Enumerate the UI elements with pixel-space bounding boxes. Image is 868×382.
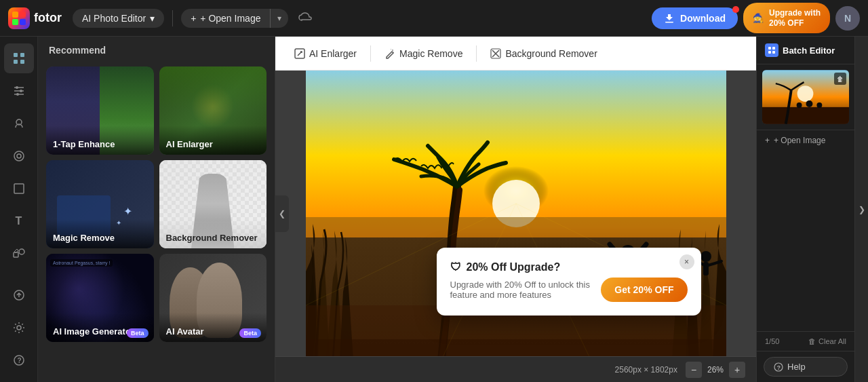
- close-icon: ×: [684, 257, 689, 267]
- sidebar-item-ai-tools[interactable]: [4, 43, 34, 73]
- icon-bar: T ?: [0, 37, 38, 382]
- help-button[interactable]: ? Help: [764, 357, 848, 377]
- tool-card-enhance[interactable]: 1-Tap Enhance: [46, 66, 154, 155]
- tool-card-avatar[interactable]: AI Avatar Beta: [159, 254, 267, 342]
- svg-text:?: ?: [777, 364, 781, 371]
- batch-add-image[interactable]: + + Open Image: [757, 130, 854, 151]
- toolbar-enlarger[interactable]: AI Enlarger: [286, 44, 365, 63]
- batch-add-label: + Open Image: [774, 136, 825, 145]
- sidebar-item-beauty[interactable]: [4, 109, 34, 138]
- open-image-label: + Open Image: [200, 13, 260, 24]
- svg-rect-52: [768, 47, 771, 50]
- toolbar-sep-2: [476, 45, 477, 62]
- imagegen-beta-badge: Beta: [127, 328, 149, 338]
- upgrade-popup: × 🛡 20% Off Upgrade? Upgrade with 20% Of…: [437, 248, 701, 316]
- tool-card-magic[interactable]: ✦ ✦ Magic Remove: [46, 160, 154, 248]
- open-image-main[interactable]: + + Open Image: [181, 9, 271, 28]
- sidebar-item-crop[interactable]: [4, 174, 34, 204]
- sidebar-header: Recommend: [38, 37, 275, 64]
- main-content: AI Enlarger Magic Remove Background: [275, 37, 756, 382]
- zoom-controls: − 26% +: [686, 362, 745, 378]
- shield-icon: 🛡: [450, 261, 461, 273]
- svg-rect-8: [20, 60, 24, 64]
- main-layout: T ?: [0, 37, 868, 382]
- batch-thumbnail[interactable]: 🗑: [762, 70, 849, 124]
- help-label: Help: [787, 362, 806, 372]
- logo-text: fotor: [34, 11, 62, 25]
- sidebar-item-upload[interactable]: [4, 280, 34, 310]
- batch-editor-icon: [765, 43, 778, 57]
- batch-editor-header: Batch Editor: [757, 37, 854, 64]
- toolbar-bgremove-label: Background Remover: [505, 48, 597, 59]
- tool-card-bgremove[interactable]: Background Remover: [159, 160, 267, 248]
- svg-rect-0: [12, 12, 18, 18]
- sidebar-item-help[interactable]: ?: [4, 345, 34, 375]
- zoom-out-button[interactable]: −: [686, 362, 702, 378]
- tool-card-magic-label: Magic Remove: [46, 219, 154, 248]
- status-bar: 2560px × 1802px − 26% +: [275, 356, 756, 382]
- right-panel: Batch Editor: [756, 37, 854, 382]
- popup-desc: Upgrade with 20% Off to unlock this feat…: [450, 280, 593, 300]
- toolbar-magic[interactable]: Magic Remove: [376, 44, 471, 63]
- tool-card-enlarger-label: AI Enlarger: [159, 126, 267, 155]
- svg-rect-53: [772, 47, 775, 50]
- svg-point-61: [816, 102, 822, 108]
- clear-all-button[interactable]: 🗑 Clear All: [808, 337, 846, 345]
- open-image-button[interactable]: + + Open Image ▾: [181, 9, 288, 28]
- upgrade-label: Upgrade with20% OFF: [769, 8, 821, 28]
- sidebar-item-settings[interactable]: [4, 313, 34, 343]
- toolbar-sep-1: [370, 45, 371, 62]
- open-image-dropdown[interactable]: ▾: [271, 9, 288, 27]
- plus-icon: +: [191, 13, 196, 24]
- logo[interactable]: fotor: [8, 7, 62, 29]
- batch-delete-button[interactable]: 🗑: [834, 73, 846, 85]
- svg-text:?: ?: [17, 357, 21, 364]
- sidebar-item-adjustments[interactable]: [4, 76, 34, 106]
- right-panel-collapse[interactable]: ❯: [854, 37, 868, 382]
- image-dimensions: 2560px × 1802px: [615, 365, 677, 375]
- plus-icon: +: [765, 136, 770, 145]
- tool-card-imagegen[interactable]: Astronaut Pegasus, starry ! AI Image Gen…: [46, 254, 154, 342]
- svg-rect-7: [14, 60, 18, 64]
- avatar-beta-badge: Beta: [239, 328, 261, 338]
- sidebar: Recommend 1-Tap Enhance: [38, 37, 275, 382]
- svg-point-20: [19, 249, 24, 254]
- chevron-down-icon: ▾: [150, 13, 155, 24]
- toolbar-enlarger-label: AI Enlarger: [309, 48, 357, 59]
- get-discount-button[interactable]: Get 20% OFF: [601, 278, 687, 302]
- tool-card-enhance-label: 1-Tap Enhance: [46, 126, 154, 155]
- svg-point-13: [20, 90, 22, 92]
- svg-rect-55: [772, 51, 775, 54]
- user-avatar[interactable]: N: [835, 6, 860, 31]
- sidebar-collapse-button[interactable]: ❮: [275, 195, 289, 232]
- svg-rect-4: [665, 22, 673, 23]
- zoom-in-button[interactable]: +: [729, 362, 745, 378]
- svg-point-14: [16, 93, 19, 96]
- upgrade-button[interactable]: 🧙 Upgrade with20% OFF: [743, 3, 830, 33]
- tool-card-enlarger[interactable]: AI Enlarger: [159, 66, 267, 155]
- canvas-area: ❮ × 🛡 20% Off Upgrade? Upgrade with 20% …: [275, 71, 756, 356]
- clear-all-label: Clear All: [818, 337, 846, 345]
- ai-editor-label: AI Photo Editor: [82, 13, 146, 24]
- sidebar-item-text[interactable]: T: [4, 206, 34, 236]
- cloud-button[interactable]: [294, 5, 317, 31]
- popup-close-button[interactable]: ×: [679, 254, 694, 269]
- popup-title: 🛡 20% Off Upgrade?: [450, 261, 688, 273]
- toolbar-bgremove[interactable]: Background Remover: [482, 44, 605, 63]
- trash-icon-small: 🗑: [808, 337, 816, 345]
- download-button[interactable]: Download: [652, 7, 738, 29]
- sidebar-item-effects[interactable]: [4, 141, 34, 171]
- svg-point-59: [797, 102, 802, 108]
- svg-rect-58: [762, 107, 849, 124]
- zoom-level: 26%: [707, 365, 724, 375]
- notification-dot: [732, 6, 739, 13]
- toolbar-magic-label: Magic Remove: [399, 48, 462, 59]
- svg-point-17: [17, 154, 21, 158]
- popup-body: Upgrade with 20% Off to unlock this feat…: [450, 278, 688, 302]
- tools-grid: 1-Tap Enhance AI Enlarger ✦ ✦: [38, 64, 275, 350]
- ai-editor-menu[interactable]: AI Photo Editor ▾: [73, 9, 164, 28]
- svg-rect-3: [20, 19, 26, 25]
- sidebar-item-elements[interactable]: [4, 239, 34, 269]
- batch-count: 1/50: [765, 337, 779, 345]
- svg-rect-2: [12, 19, 18, 25]
